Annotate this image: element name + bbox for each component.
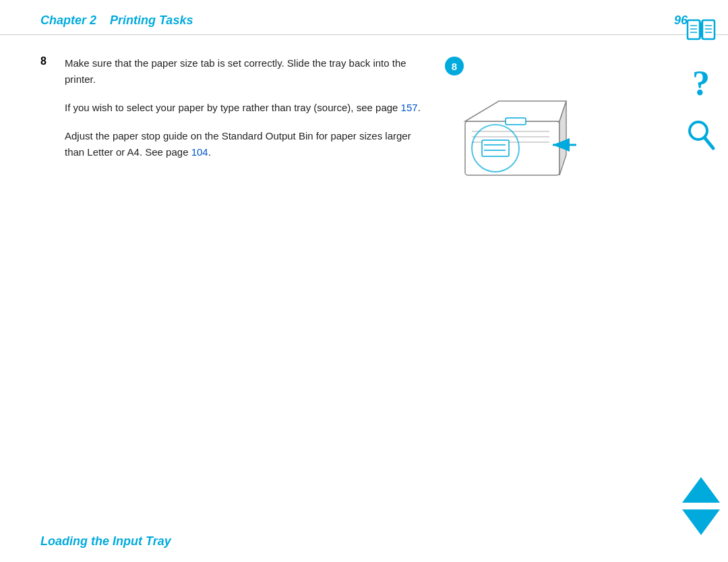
nav-arrows bbox=[682, 477, 720, 535]
page-footer: Loading the Input Tray bbox=[40, 534, 171, 549]
paragraph-1-text-before: If you wish to select your paper by type… bbox=[65, 102, 401, 113]
svg-rect-10 bbox=[482, 140, 509, 156]
book-icon[interactable] bbox=[682, 13, 720, 51]
paragraph-2-text-before: Adjust the paper stop guide on the Stand… bbox=[65, 130, 411, 158]
paragraph-2-text-after: . bbox=[208, 146, 211, 158]
step-8-badge: 8 bbox=[445, 57, 464, 75]
page-header: Chapter 2 Printing Tasks 96 bbox=[0, 0, 728, 35]
svg-rect-0 bbox=[465, 121, 559, 175]
link-104[interactable]: 104 bbox=[191, 146, 208, 158]
question-mark-icon[interactable]: ? bbox=[682, 65, 720, 102]
link-104-text: 104 bbox=[191, 146, 208, 158]
paragraph-1-text-after: . bbox=[418, 102, 421, 113]
svg-line-22 bbox=[704, 137, 713, 148]
text-area: 8 Make sure that the paper size tab is s… bbox=[40, 55, 431, 205]
svg-rect-13 bbox=[688, 20, 700, 39]
chapter-name: Printing Tasks bbox=[110, 13, 193, 27]
step-8-text: Make sure that the paper size tab is set… bbox=[65, 55, 431, 88]
link-157[interactable]: 157 bbox=[401, 102, 418, 113]
main-content: 8 Make sure that the paper size tab is s… bbox=[0, 35, 728, 225]
step-number-8: 8 bbox=[40, 55, 54, 88]
footer-text: Loading the Input Tray bbox=[40, 534, 171, 548]
chapter-title: Chapter 2 Printing Tasks bbox=[40, 13, 193, 28]
printer-illustration bbox=[445, 81, 593, 202]
link-157-text: 157 bbox=[401, 102, 418, 113]
svg-rect-14 bbox=[702, 20, 715, 39]
search-icon[interactable] bbox=[682, 116, 720, 154]
right-sidebar: ? bbox=[674, 0, 728, 562]
arrow-up-button[interactable] bbox=[682, 477, 720, 503]
arrow-down-button[interactable] bbox=[682, 509, 720, 535]
step-8-item: 8 Make sure that the paper size tab is s… bbox=[40, 55, 431, 88]
svg-rect-6 bbox=[506, 118, 526, 125]
paragraph-2: Adjust the paper stop guide on the Stand… bbox=[65, 128, 431, 160]
paragraph-1: If you wish to select your paper by type… bbox=[65, 100, 431, 116]
illustration-area: 8 bbox=[445, 55, 634, 205]
chapter-number: Chapter 2 bbox=[40, 13, 96, 27]
